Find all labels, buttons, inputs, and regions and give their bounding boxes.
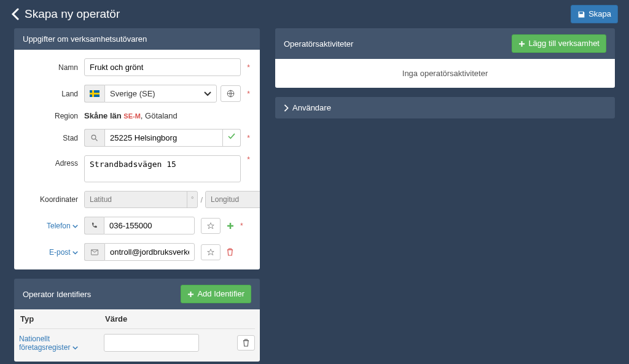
label-region: Region [24,112,78,120]
no-activities-text: Inga operatörsaktiviteter [402,69,488,78]
country-select-value: Sverige (SE) [110,89,155,98]
col-header-type: Typ [19,314,105,323]
phone-icon [84,217,104,234]
chevron-down-icon [72,225,78,228]
label-country: Land [24,90,78,98]
svg-point-1 [92,135,96,139]
degree-icon: ° [187,192,197,207]
city-input[interactable] [104,129,223,147]
label-address: Adress [24,155,78,168]
latitude-input[interactable] [85,192,187,207]
users-panel-title: Användare [292,103,331,112]
label-name: Namn [24,63,78,72]
identifier-row: Nationellt företagsregister [19,329,255,357]
identifiers-table-header: Typ Värde [19,309,255,329]
country-select[interactable]: Sverige (SE) [104,85,217,103]
activities-panel-title: Operatörsaktiviteter [284,39,353,48]
label-phone[interactable]: Telefon [24,222,78,230]
region-value: Skåne län SE-M, Götaland [84,111,178,120]
create-button-label: Skapa [588,9,611,20]
favorite-button[interactable] [201,244,221,260]
add-identifier-label: Add Identifier [197,288,244,300]
name-input[interactable] [84,58,241,76]
identifiers-panel-title: Operator Identifiers [23,290,91,299]
create-button[interactable]: Skapa [571,5,618,23]
required-marker: * [247,90,250,98]
country-flag-icon [84,85,104,103]
required-marker: * [240,222,243,230]
page-title: Skapa ny operatör [25,7,120,21]
identifier-value-input[interactable] [104,334,199,352]
chevron-down-icon [72,346,78,350]
globe-button[interactable] [221,85,241,102]
operator-activities-panel: Operatörsaktiviteter Lägg till verksamhe… [275,28,615,88]
required-marker: * [247,63,250,72]
mail-icon [84,243,104,261]
phone-input[interactable] [104,217,195,234]
add-activity-button[interactable]: Lägg till verksamhet [512,34,606,53]
address-input[interactable]: Strandbadsvägen 15 [84,155,241,182]
back-icon[interactable] [11,8,20,20]
search-icon [84,129,104,147]
longitude-input[interactable] [206,192,260,207]
chevron-down-icon [204,91,211,96]
add-identifier-button[interactable]: Add Identifier [181,285,251,303]
save-icon [577,10,585,18]
identifier-type-select[interactable]: Nationellt företagsregister [19,335,99,352]
plus-icon [187,291,194,298]
required-marker: * [247,155,250,164]
longitude-input-wrap: ° [205,191,260,208]
plus-icon [518,41,525,47]
label-city: Stad [24,134,78,142]
check-icon [223,129,241,147]
label-coords: Koordinater [24,195,78,204]
plus-icon[interactable] [227,222,234,230]
label-email[interactable]: E-post [24,248,78,257]
required-marker: * [247,134,250,142]
details-panel-title: Uppgifter om verksamhetsutövaren [23,34,147,44]
favorite-button[interactable] [201,218,221,234]
users-panel-toggle[interactable]: Användare [275,97,615,118]
latitude-input-wrap: ° [84,191,198,208]
col-header-value: Värde [105,314,255,323]
chevron-down-icon [72,251,78,255]
coord-separator: / [200,195,203,204]
operator-identifiers-panel: Operator Identifiers Add Identifier Typ … [14,279,260,362]
email-input[interactable] [104,243,195,261]
operator-details-panel: Uppgifter om verksamhetsutövaren Namn * … [14,28,260,269]
chevron-right-icon [284,104,289,112]
add-activity-label: Lägg till verksamhet [528,38,600,49]
trash-icon[interactable] [227,248,233,256]
delete-identifier-button[interactable] [237,335,255,350]
